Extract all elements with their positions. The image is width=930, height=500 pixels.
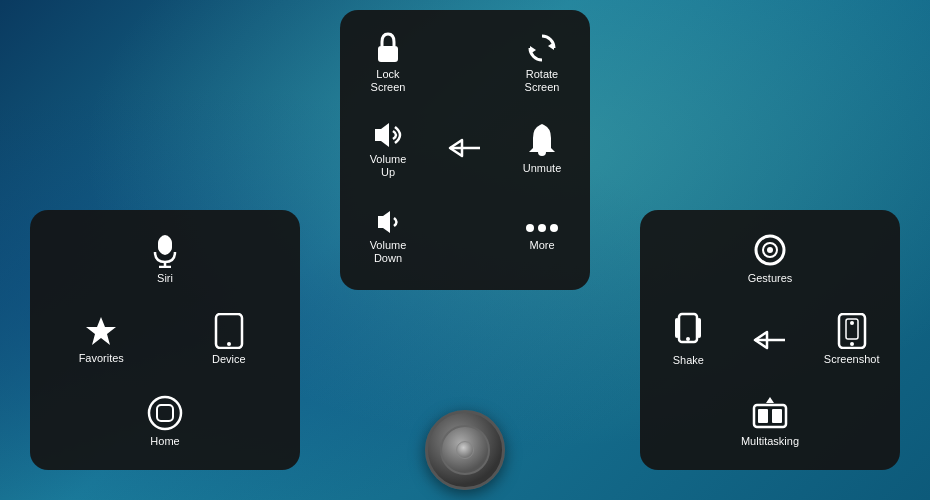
device-label: Device bbox=[212, 353, 246, 366]
more-label: More bbox=[529, 239, 554, 252]
rotate-icon bbox=[526, 32, 558, 64]
svg-marker-12 bbox=[375, 123, 389, 147]
svg-point-31 bbox=[850, 321, 854, 325]
svg-rect-24 bbox=[697, 318, 701, 338]
unmute-button[interactable]: Unmute bbox=[506, 109, 578, 191]
gestures-label: Gestures bbox=[748, 272, 793, 285]
home-circle-icon bbox=[147, 395, 183, 431]
rotate-screen-button[interactable]: RotateScreen bbox=[506, 22, 578, 104]
svg-point-7 bbox=[149, 397, 181, 429]
center-panel: LockScreen RotateScreen VolumeUp bbox=[340, 10, 590, 290]
home-button-dot bbox=[456, 441, 474, 459]
empty-right-2 bbox=[813, 383, 890, 460]
home-label: Home bbox=[150, 435, 179, 448]
screenshot-button[interactable]: Screenshot bbox=[813, 302, 890, 379]
svg-marker-11 bbox=[530, 46, 536, 54]
svg-marker-35 bbox=[766, 397, 774, 403]
left-panel: Siri Favorites Device Home bbox=[30, 210, 300, 470]
siri-button[interactable]: Siri bbox=[40, 220, 290, 297]
empty-cell-1 bbox=[429, 22, 501, 104]
svg-rect-8 bbox=[157, 405, 173, 421]
svg-rect-33 bbox=[758, 409, 768, 423]
volume-down-button[interactable]: VolumeDown bbox=[352, 196, 424, 278]
svg-point-21 bbox=[767, 247, 773, 253]
rotate-screen-label: RotateScreen bbox=[525, 68, 560, 94]
home-hardware-button[interactable] bbox=[425, 410, 505, 490]
bell-icon bbox=[527, 124, 557, 158]
right-panel: Gestures Shake bbox=[640, 210, 900, 470]
multitasking-icon bbox=[752, 395, 788, 431]
shake-label: Shake bbox=[673, 354, 704, 367]
volume-down-label: VolumeDown bbox=[370, 239, 407, 265]
svg-rect-23 bbox=[675, 318, 679, 338]
home-panel-button[interactable]: Home bbox=[40, 383, 290, 460]
microphone-icon bbox=[147, 232, 183, 268]
lock-screen-button[interactable]: LockScreen bbox=[352, 22, 424, 104]
svg-point-16 bbox=[526, 224, 534, 232]
screenshot-icon bbox=[837, 313, 867, 349]
siri-label: Siri bbox=[157, 272, 173, 285]
volume-up-label: VolumeUp bbox=[370, 153, 407, 179]
home-button-inner bbox=[440, 425, 490, 475]
back-arrow-icon bbox=[448, 136, 482, 160]
device-button[interactable]: Device bbox=[168, 302, 291, 379]
svg-point-6 bbox=[227, 342, 231, 346]
back-arrow-2-icon bbox=[753, 328, 787, 352]
shake-icon bbox=[673, 312, 703, 350]
svg-rect-34 bbox=[772, 409, 782, 423]
empty-cell-2 bbox=[429, 196, 501, 278]
svg-rect-1 bbox=[158, 236, 172, 254]
favorites-button[interactable]: Favorites bbox=[40, 302, 163, 379]
svg-marker-15 bbox=[378, 211, 390, 233]
lock-screen-label: LockScreen bbox=[371, 68, 406, 94]
tablet-icon bbox=[214, 313, 244, 349]
screenshot-label: Screenshot bbox=[824, 353, 880, 366]
svg-point-18 bbox=[550, 224, 558, 232]
svg-point-17 bbox=[538, 224, 546, 232]
dots-icon bbox=[525, 221, 559, 235]
back-button-2[interactable] bbox=[732, 302, 809, 379]
more-button[interactable]: More bbox=[506, 196, 578, 278]
back-button[interactable] bbox=[429, 109, 501, 191]
multitasking-label: Multitasking bbox=[741, 435, 799, 448]
star-icon bbox=[84, 314, 118, 348]
multitasking-button[interactable]: Multitasking bbox=[732, 383, 809, 460]
gestures-icon bbox=[752, 232, 788, 268]
volume-up-icon bbox=[371, 121, 405, 149]
lock-icon bbox=[374, 32, 402, 64]
svg-marker-4 bbox=[86, 317, 116, 345]
empty-right-1 bbox=[650, 383, 727, 460]
volume-up-button[interactable]: VolumeUp bbox=[352, 109, 424, 191]
svg-rect-9 bbox=[378, 46, 398, 62]
svg-point-25 bbox=[686, 337, 690, 341]
gestures-button[interactable]: Gestures bbox=[650, 220, 890, 297]
shake-button[interactable]: Shake bbox=[650, 302, 727, 379]
volume-down-icon bbox=[374, 209, 402, 235]
unmute-label: Unmute bbox=[523, 162, 562, 175]
favorites-label: Favorites bbox=[79, 352, 124, 365]
svg-point-29 bbox=[850, 342, 854, 346]
svg-marker-10 bbox=[548, 42, 554, 50]
